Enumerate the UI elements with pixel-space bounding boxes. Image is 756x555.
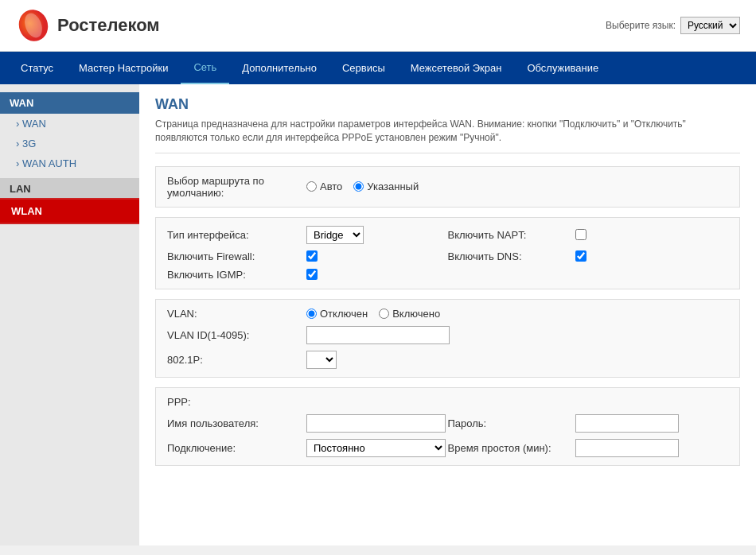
vlan-id-row: VLAN ID(1-4095): [167, 326, 728, 344]
sidebar: WAN › WAN › 3G › WAN AUTH LAN WLAN [0, 84, 139, 545]
vlan-disabled-radio[interactable] [306, 309, 317, 319]
section-vlan: VLAN: Отключен Включено [155, 299, 740, 378]
sidebar-section-wan[interactable]: WAN [0, 92, 139, 114]
ppp-header-row: PPP: [167, 396, 728, 408]
page-title: WAN [155, 96, 740, 113]
content-area: WAN Страница предназначена для настройки… [139, 84, 756, 545]
igmp-checkbox[interactable] [306, 269, 318, 280]
vlan-disabled-option[interactable]: Отключен [306, 308, 368, 320]
dns-right: Включить DNS: [448, 250, 729, 262]
interface-type-row: Тип интерфейса: Bridge PPPoE IPoE Включи… [167, 226, 728, 244]
8021p-select[interactable]: 0 1 2 [306, 351, 337, 369]
username-left: Имя пользователя: [167, 414, 448, 433]
vlan-label: VLAN: [167, 308, 306, 320]
vlan-left: VLAN: Отключен Включено [167, 308, 728, 320]
default-route-left: Выбор маршрута по умолчанию: Авто Указан… [167, 175, 728, 199]
sidebar-item-3g[interactable]: › 3G [0, 134, 139, 153]
logo-text: Ростелеком [57, 15, 160, 36]
lang-label: Выберите язык: [606, 20, 676, 31]
firewall-label: Включить Firewall: [167, 250, 306, 262]
section-ppp: PPP: Имя пользователя: Пароль: [155, 387, 740, 466]
connection-row: Подключение: Постоянно По запросу Вручну… [167, 439, 728, 457]
napt-right: Включить NAPT: [448, 229, 729, 241]
header: Ростелеком Выберите язык: Русский Englis… [0, 0, 756, 52]
igmp-label: Включить IGMP: [167, 269, 306, 281]
page-description: Страница предназначена для настройки пар… [155, 118, 740, 153]
8021p-left: 802.1P: 0 1 2 [167, 351, 728, 369]
idle-time-label: Время простоя (мин): [448, 442, 575, 454]
default-route-radio-group: Авто Указанный [306, 180, 419, 192]
connection-select[interactable]: Постоянно По запросу Вручную [306, 439, 446, 457]
vlan-id-left: VLAN ID(1-4095): [167, 326, 728, 344]
8021p-row: 802.1P: 0 1 2 [167, 351, 728, 369]
section-interface-type: Тип интерфейса: Bridge PPPoE IPoE Включи… [155, 217, 740, 289]
vlan-id-input[interactable] [306, 326, 450, 344]
igmp-row: Включить IGMP: [167, 269, 728, 281]
vlan-id-label: VLAN ID(1-4095): [167, 329, 306, 341]
igmp-left: Включить IGMP: [167, 269, 448, 281]
nav-master-settings[interactable]: Мастер Настройки [66, 52, 181, 83]
firewall-checkbox[interactable] [306, 250, 318, 262]
route-manual-option[interactable]: Указанный [353, 180, 419, 192]
interface-type-left: Тип интерфейса: Bridge PPPoE IPoE [167, 226, 448, 244]
dns-label: Включить DNS: [448, 250, 575, 262]
default-route-label: Выбор маршрута по умолчанию: [167, 175, 306, 199]
connection-label: Подключение: [167, 442, 306, 454]
logo-icon [16, 8, 51, 43]
password-right: Пароль: [448, 414, 729, 433]
route-manual-label: Указанный [367, 180, 419, 192]
section-default-route: Выбор маршрута по умолчанию: Авто Указан… [155, 166, 740, 208]
firewall-row: Включить Firewall: Включить DNS: [167, 250, 728, 262]
vlan-enabled-option[interactable]: Включено [379, 308, 440, 320]
firewall-left: Включить Firewall: [167, 250, 448, 262]
nav-maintenance[interactable]: Обслуживание [514, 52, 611, 83]
lang-selector: Выберите язык: Русский English [606, 17, 740, 34]
route-auto-radio[interactable] [306, 181, 317, 192]
interface-type-label: Тип интерфейса: [167, 229, 306, 241]
nav-status[interactable]: Статус [8, 52, 66, 83]
route-auto-option[interactable]: Авто [306, 180, 342, 192]
connection-left: Подключение: Постоянно По запросу Вручну… [167, 439, 448, 457]
vlan-enabled-radio[interactable] [379, 309, 389, 319]
logo-area: Ростелеком [16, 8, 160, 43]
idle-time-input[interactable] [575, 439, 679, 457]
credentials-row: Имя пользователя: Пароль: [167, 414, 728, 433]
username-label: Имя пользователя: [167, 417, 306, 429]
password-label: Пароль: [448, 417, 575, 429]
nav-additional[interactable]: Дополнительно [229, 52, 329, 83]
vlan-enabled-label: Включено [392, 308, 440, 320]
sidebar-section-lan[interactable]: LAN [0, 178, 139, 200]
nav-bar: Статус Мастер Настройки Сеть Дополнитель… [0, 52, 756, 84]
username-input[interactable] [306, 414, 446, 433]
vlan-toggle-row: VLAN: Отключен Включено [167, 308, 728, 320]
napt-checkbox[interactable] [575, 229, 586, 240]
nav-firewall[interactable]: Межсетевой Экран [398, 52, 515, 83]
idle-time-right: Время простоя (мин): [448, 439, 729, 457]
8021p-label: 802.1P: [167, 354, 306, 366]
vlan-radio-group: Отключен Включено [306, 308, 440, 320]
nav-network[interactable]: Сеть [181, 52, 229, 84]
route-manual-radio[interactable] [353, 181, 364, 192]
sidebar-item-wan[interactable]: › WAN [0, 114, 139, 134]
ppp-label: PPP: [167, 396, 306, 408]
route-auto-label: Авто [320, 180, 342, 192]
sidebar-item-wlan[interactable]: WLAN [0, 200, 139, 223]
password-input[interactable] [575, 414, 679, 433]
sidebar-item-wan-auth[interactable]: › WAN AUTH [0, 153, 139, 173]
interface-type-select[interactable]: Bridge PPPoE IPoE [306, 226, 364, 244]
nav-services[interactable]: Сервисы [329, 52, 398, 83]
main-layout: WAN › WAN › 3G › WAN AUTH LAN WLAN WAN С… [0, 84, 756, 545]
default-route-row: Выбор маршрута по умолчанию: Авто Указан… [167, 175, 728, 199]
dns-checkbox[interactable] [575, 250, 586, 262]
napt-label: Включить NAPT: [448, 229, 575, 241]
vlan-disabled-label: Отключен [320, 308, 368, 320]
lang-select[interactable]: Русский English [680, 17, 740, 34]
